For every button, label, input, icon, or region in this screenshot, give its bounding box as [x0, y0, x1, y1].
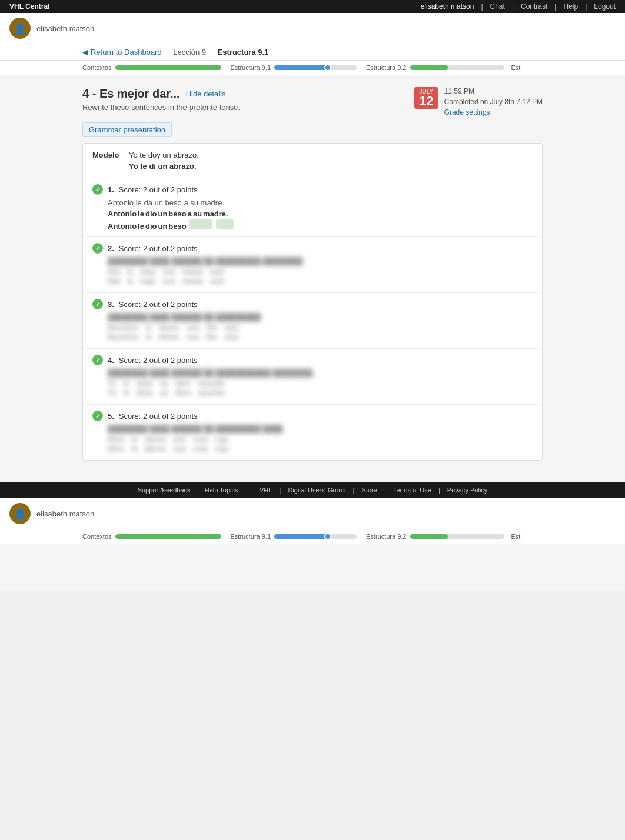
activity-title-area: 4 - Es mejor dar... Hide details Rewrite… — [82, 87, 240, 112]
estructura91-label: Estructura 9.1 — [231, 64, 271, 71]
question-3-answer2-blurred: Nosotros le dimos una flor azul — [108, 333, 533, 341]
hide-details-link[interactable]: Hide details — [186, 89, 226, 98]
score-dot-4: ✓ — [92, 355, 103, 365]
breadcrumb: ◀ Return to Dashboard Lección 9 Estructu… — [0, 44, 625, 61]
contextos-bar-2 — [115, 534, 221, 539]
contextos-fill-2 — [115, 534, 221, 539]
footer-terms-link[interactable]: Terms of Use — [393, 486, 431, 494]
contrast-link[interactable]: Contrast — [521, 2, 547, 11]
top-navigation: VHL Central elisabeth matson | Chat | Co… — [0, 0, 625, 13]
progress-marker — [324, 65, 331, 70]
question-2-header: ✓ 2. Score: 2 out of 2 points — [92, 243, 533, 254]
activity-title: 4 - Es mejor dar... Hide details — [82, 87, 240, 101]
estructura91-progress: Estructura 9.1 — [231, 64, 357, 71]
answer-blank-1 — [189, 219, 212, 229]
chat-link[interactable]: Chat — [490, 2, 505, 11]
question-5-header: ✓ 5. Score: 2 out of 2 points — [92, 411, 533, 421]
question-item-5: ✓ 5. Score: 2 out of 2 points ████████ █… — [83, 405, 542, 460]
question-2-content: ████████ ████ ██████ ██ █████████ ██████… — [92, 257, 533, 285]
due-time: 11:59 PM — [444, 87, 543, 95]
question-3-number: 3. — [108, 300, 114, 309]
question-1-header: ✓ 1. Score: 2 out of 2 points — [92, 184, 533, 195]
score-dot-3: ✓ — [92, 299, 103, 309]
breadcrumb-leccion: Lección 9 — [173, 48, 206, 56]
activity-subtitle: Rewrite these sentences in the preterite… — [82, 103, 240, 112]
estructura91-bar-2 — [274, 534, 357, 539]
grammar-presentation-link[interactable]: Grammar presentation — [82, 122, 172, 137]
breadcrumb-estructura: Estructura 9.1 — [218, 48, 269, 56]
due-info: 11:59 PM Completed on July 8th 7:12 PM G… — [444, 87, 543, 116]
question-3-prompt-blurred: ████████ ████ ██████ ██ █████████. — [108, 313, 533, 321]
progress-marker-2 — [324, 534, 331, 539]
question-5-answer2-blurred: Ellos le dieron una rosa roja — [108, 445, 533, 453]
return-dashboard-link[interactable]: ◀ Return to Dashboard — [82, 48, 162, 56]
activity-box: Modelo Yo te doy un abrazo. Yo te di un … — [82, 143, 543, 461]
est-label-2: Est — [511, 533, 521, 540]
estructura92-bar — [410, 65, 504, 70]
estructura92-bar-2 — [410, 534, 504, 539]
question-2-answer-blurred: Ella le trajo una manta azul — [108, 268, 533, 276]
score-dot-5: ✓ — [92, 411, 103, 421]
help-topics-link[interactable]: Help Topics — [205, 486, 238, 494]
question-item-2: ✓ 2. Score: 2 out of 2 points ████████ █… — [83, 237, 542, 293]
avatar-2: 👤 — [9, 503, 31, 524]
question-5-number: 5. — [108, 412, 114, 421]
question-1-score: Score: 2 out of 2 points — [119, 185, 198, 194]
answer-blank-2 — [216, 219, 234, 229]
question-4-header: ✓ 4. Score: 2 out of 2 points — [92, 355, 533, 365]
question-1-number: 1. — [108, 185, 114, 194]
footer-dug-link[interactable]: Digital Users' Group — [288, 486, 345, 494]
question-4-score: Score: 2 out of 2 points — [119, 356, 198, 365]
footer-vhl-link[interactable]: VHL — [260, 486, 272, 494]
brand-logo: VHL Central — [9, 2, 49, 11]
question-5-answer-blurred: Ellos le dieron una rosa roja — [108, 435, 533, 444]
question-2-number: 2. — [108, 244, 114, 253]
bottom-spacer — [0, 544, 625, 591]
estructura91-progress-2: Estructura 9.1 — [231, 533, 357, 540]
question-3-score: Score: 2 out of 2 points — [119, 300, 198, 309]
completed-info: Completed on July 8th 7:12 PM — [444, 98, 543, 106]
progress-section: Contextos Estructura 9.1 Estructura 9.2 … — [0, 61, 625, 75]
question-3-answer-blurred: Nosotros le dimos una flor azul — [108, 324, 533, 332]
question-4-answer-blurred: Tú le diste un libro amarillo — [108, 379, 533, 388]
contextos-label-2: Contextos — [82, 533, 112, 540]
user-name: elisabeth matson — [421, 2, 474, 11]
modelo-label: Modelo — [92, 151, 122, 159]
grade-settings-link[interactable]: Grade settings — [444, 108, 543, 116]
logout-link[interactable]: Logout — [594, 2, 616, 11]
question-1-prompt: Antonio le da un beso a su madre. — [108, 198, 533, 207]
due-day: 12 — [419, 95, 433, 108]
question-5-score: Score: 2 out of 2 points — [119, 412, 198, 421]
contextos-progress-2: Contextos — [82, 533, 221, 540]
contextos-bar — [115, 65, 221, 70]
site-footer: Support/Feedback Help Topics VHL | Digit… — [0, 482, 625, 498]
score-dot-2: ✓ — [92, 243, 103, 254]
question-4-answer2-blurred: Tú le diste un libro amarillo — [108, 389, 533, 397]
progress-section-2: Contextos Estructura 9.1 Estructura 9.2 … — [0, 529, 625, 544]
question-1-content: Antonio le da un beso a su madre. Antoni… — [92, 198, 533, 231]
arrow-icon: ◀ — [82, 48, 88, 56]
score-dot-1: ✓ — [92, 184, 103, 195]
estructura92-label: Estructura 9.2 — [366, 64, 406, 71]
user-header-2: 👤 elisabeth matson — [0, 498, 625, 529]
activity-header: 4 - Es mejor dar... Hide details Rewrite… — [82, 87, 543, 116]
question-1-answer-line2: Antonio le dio un beso — [108, 219, 533, 231]
question-4-number: 4. — [108, 356, 114, 365]
modelo-prompt-row: Modelo Yo te doy un abrazo. — [92, 151, 533, 159]
footer-privacy-link[interactable]: Privacy Policy — [447, 486, 487, 494]
support-link[interactable]: Support/Feedback — [138, 486, 191, 494]
user-display-name-2: elisabeth matson — [36, 509, 94, 518]
question-5-content: ████████ ████ ██████ ██ █████████ ████. … — [92, 425, 533, 453]
estructura91-fill-2 — [274, 534, 328, 539]
question-item-1: ✓ 1. Score: 2 out of 2 points Antonio le… — [83, 178, 542, 237]
due-date-badge: July 12 — [414, 87, 438, 109]
question-item-4: ✓ 4. Score: 2 out of 2 points ████████ █… — [83, 349, 542, 405]
help-link[interactable]: Help — [563, 2, 578, 11]
avatar: 👤 — [9, 18, 31, 39]
modelo-prompt: Yo te doy un abrazo. — [129, 151, 199, 159]
question-4-content: ████████ ████ ██████ ██ ███████████ ████… — [92, 369, 533, 397]
footer-store-link[interactable]: Store — [362, 486, 377, 494]
question-2-answer2-blurred: Ella le trajo una manta azul — [108, 277, 533, 285]
user-display-name: elisabeth matson — [36, 24, 94, 33]
due-date-area: July 12 11:59 PM Completed on July 8th 7… — [414, 87, 543, 116]
